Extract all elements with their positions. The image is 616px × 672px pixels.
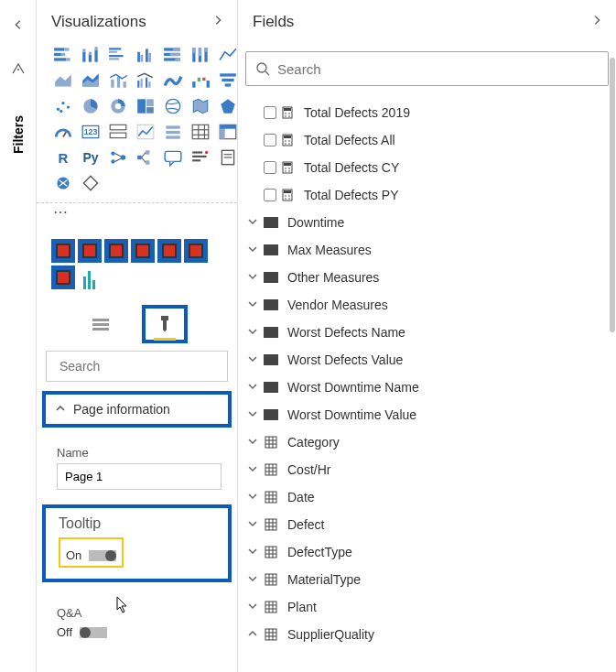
custom-visual-icon[interactable] bbox=[51, 266, 75, 289]
field-measure[interactable]: Total Defects 2019 bbox=[238, 99, 611, 126]
waterfall-icon[interactable] bbox=[189, 70, 212, 92]
svg-rect-14 bbox=[109, 51, 117, 53]
fields-tab-icon[interactable] bbox=[87, 310, 114, 338]
hundred-stacked-bar-icon[interactable] bbox=[161, 44, 185, 66]
donut-chart-icon[interactable] bbox=[106, 95, 130, 117]
paginated-report-icon[interactable] bbox=[216, 146, 240, 168]
tooltip-toggle[interactable] bbox=[89, 550, 116, 561]
svg-rect-56 bbox=[146, 107, 154, 114]
svg-point-125 bbox=[285, 198, 286, 200]
expand-filters-chevron-icon[interactable] bbox=[12, 18, 25, 35]
card-icon[interactable]: 123 bbox=[79, 121, 103, 143]
gauge-icon[interactable] bbox=[51, 121, 75, 143]
panel-icon[interactable] bbox=[11, 62, 26, 79]
key-influencers-icon[interactable] bbox=[106, 146, 130, 168]
field-table[interactable]: MaterialType bbox=[238, 566, 611, 593]
field-folder[interactable]: Worst Downtime Name bbox=[238, 374, 611, 401]
field-table[interactable]: DefectType bbox=[238, 538, 611, 566]
hundred-stacked-column-icon[interactable] bbox=[189, 44, 212, 66]
clustered-bar-icon[interactable] bbox=[106, 44, 130, 66]
table-icon[interactable] bbox=[189, 121, 212, 143]
pie-chart-icon[interactable] bbox=[79, 95, 103, 117]
checkbox[interactable] bbox=[264, 134, 276, 146]
qa-toggle[interactable] bbox=[80, 627, 107, 638]
field-folder[interactable]: Worst Downtime Value bbox=[238, 401, 611, 428]
checkbox[interactable] bbox=[264, 189, 276, 201]
field-folder[interactable]: Other Measures bbox=[238, 264, 611, 291]
scatter-icon[interactable] bbox=[51, 95, 75, 117]
power-apps-icon[interactable] bbox=[79, 172, 103, 194]
field-measure[interactable]: Total Defects All bbox=[238, 126, 611, 154]
stacked-bar-icon[interactable] bbox=[51, 44, 75, 66]
map-icon[interactable] bbox=[161, 95, 185, 117]
field-table[interactable]: Cost/Hr bbox=[238, 456, 611, 483]
scrollbar-thumb[interactable] bbox=[610, 58, 615, 332]
custom-visual-icon[interactable] bbox=[78, 239, 102, 263]
custom-visual-icon[interactable] bbox=[104, 239, 128, 263]
svg-rect-55 bbox=[146, 99, 154, 106]
checkbox[interactable] bbox=[264, 106, 276, 119]
decomposition-tree-icon[interactable] bbox=[134, 146, 157, 168]
svg-rect-66 bbox=[166, 135, 179, 138]
format-search-box[interactable] bbox=[46, 351, 228, 382]
page-information-section-highlight: Page information bbox=[42, 391, 232, 428]
stacked-column-icon[interactable] bbox=[79, 44, 103, 66]
collapse-fields-icon[interactable] bbox=[590, 14, 603, 30]
svg-rect-13 bbox=[109, 48, 121, 49]
collapse-visualizations-icon[interactable] bbox=[211, 14, 224, 30]
field-folder[interactable]: Worst Defects Value bbox=[238, 346, 611, 374]
python-visual-icon[interactable]: Py bbox=[79, 146, 103, 168]
qa-visual-icon[interactable] bbox=[161, 146, 185, 168]
field-folder[interactable]: Max Measures bbox=[238, 236, 611, 264]
custom-visual-icon[interactable] bbox=[157, 239, 181, 263]
field-folder[interactable]: Vendor Measures bbox=[238, 291, 611, 319]
line-stacked-column-icon[interactable] bbox=[106, 70, 130, 92]
checkbox[interactable] bbox=[264, 161, 276, 174]
field-folder[interactable]: Downtime bbox=[238, 209, 611, 236]
arcgis-icon[interactable] bbox=[51, 172, 75, 194]
field-table[interactable]: Date bbox=[238, 483, 611, 511]
area-chart-icon[interactable] bbox=[51, 70, 75, 92]
filters-label[interactable]: Filters bbox=[11, 115, 26, 154]
smart-narrative-icon[interactable] bbox=[189, 146, 212, 168]
treemap-icon[interactable] bbox=[134, 95, 157, 117]
svg-rect-12 bbox=[94, 47, 97, 49]
page-name-input[interactable] bbox=[57, 463, 222, 490]
matrix-icon[interactable] bbox=[216, 121, 240, 143]
filled-map-icon[interactable] bbox=[189, 95, 212, 117]
field-label: Total Defects All bbox=[304, 133, 605, 147]
format-search-input[interactable] bbox=[59, 359, 220, 374]
custom-visual-icon[interactable] bbox=[51, 239, 75, 263]
line-clustered-column-icon[interactable] bbox=[134, 70, 157, 92]
shape-map-icon[interactable] bbox=[216, 95, 240, 117]
ribbon-chart-icon[interactable] bbox=[161, 70, 185, 92]
svg-point-49 bbox=[67, 105, 70, 108]
field-table[interactable]: Category bbox=[238, 428, 611, 456]
r-visual-icon[interactable]: R bbox=[51, 146, 75, 168]
field-table[interactable]: Plant bbox=[238, 593, 611, 621]
field-table[interactable]: Defect bbox=[238, 511, 611, 538]
table-label: Cost/Hr bbox=[287, 462, 605, 477]
fields-search-box[interactable] bbox=[245, 51, 609, 86]
table-label: Plant bbox=[287, 600, 605, 614]
format-tab-icon[interactable] bbox=[151, 310, 178, 338]
field-measure[interactable]: Total Defects CY bbox=[238, 154, 611, 181]
slicer-icon[interactable] bbox=[161, 121, 185, 143]
custom-visual-icon[interactable] bbox=[131, 239, 155, 263]
stacked-area-icon[interactable] bbox=[79, 70, 103, 92]
custom-visual-icon[interactable] bbox=[78, 266, 102, 289]
kpi-icon[interactable] bbox=[134, 121, 157, 143]
funnel-icon[interactable] bbox=[216, 70, 240, 92]
page-information-header[interactable]: Page information bbox=[46, 395, 228, 424]
line-chart-icon[interactable] bbox=[216, 44, 240, 66]
custom-visual-icon[interactable] bbox=[184, 239, 208, 263]
field-folder[interactable]: Worst Defects Name bbox=[238, 319, 611, 346]
multi-row-card-icon[interactable] bbox=[106, 121, 130, 143]
chevron-up-icon bbox=[55, 402, 66, 417]
scrollbar[interactable] bbox=[609, 58, 616, 672]
clustered-column-icon[interactable] bbox=[134, 44, 157, 66]
field-table[interactable]: SupplierQuality bbox=[238, 621, 611, 648]
field-measure[interactable]: Total Defects PY bbox=[238, 181, 611, 209]
more-visuals-icon[interactable]: ⋯ bbox=[37, 203, 237, 221]
fields-search-input[interactable] bbox=[277, 61, 599, 77]
